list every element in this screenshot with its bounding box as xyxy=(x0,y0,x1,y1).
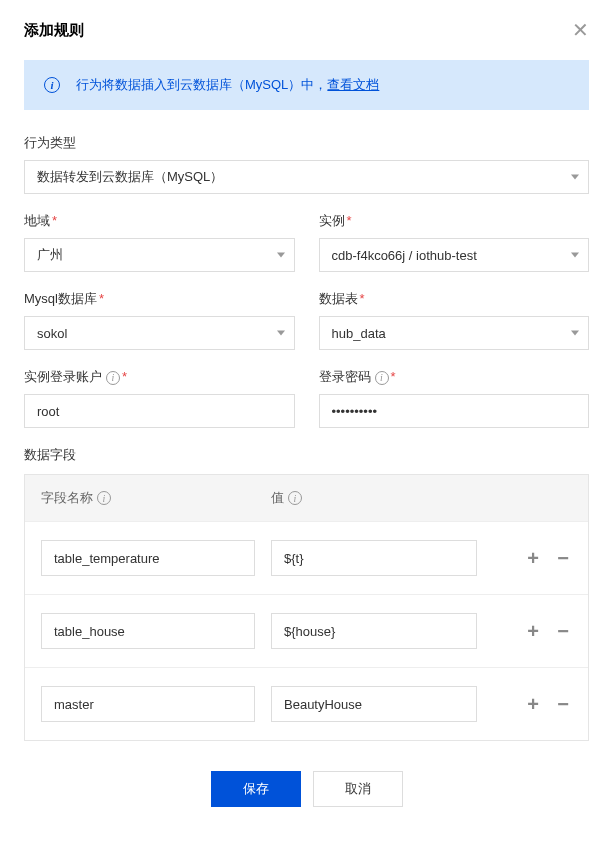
add-icon[interactable]: + xyxy=(524,549,542,567)
add-rule-modal: 添加规则 ✕ i 行为将数据插入到云数据库（MySQL）中，查看文档 行为类型 … xyxy=(0,0,613,827)
required-marker: * xyxy=(99,291,104,306)
modal-header: 添加规则 ✕ xyxy=(24,20,589,40)
fields-header: 字段名称 i 值 i xyxy=(25,474,588,521)
modal-title: 添加规则 xyxy=(24,21,84,40)
region-select[interactable]: 广州 xyxy=(24,238,295,272)
modal-footer: 保存 取消 xyxy=(24,771,589,807)
login-user-label: 实例登录账户i* xyxy=(24,368,295,386)
mysql-db-label: Mysql数据库* xyxy=(24,290,295,308)
field-name-header: 字段名称 i xyxy=(41,489,255,507)
close-icon[interactable]: ✕ xyxy=(572,20,589,40)
login-pass-label: 登录密码i* xyxy=(319,368,590,386)
cancel-button[interactable]: 取消 xyxy=(313,771,403,807)
field-value-input[interactable] xyxy=(271,613,477,649)
add-icon[interactable]: + xyxy=(524,695,542,713)
help-icon[interactable]: i xyxy=(375,371,389,385)
info-banner: i 行为将数据插入到云数据库（MySQL）中，查看文档 xyxy=(24,60,589,110)
field-name-input[interactable] xyxy=(41,613,255,649)
help-icon[interactable]: i xyxy=(97,491,111,505)
instance-select[interactable]: cdb-f4kco66j / iothub-test xyxy=(319,238,590,272)
remove-icon[interactable]: − xyxy=(554,622,572,640)
remove-icon[interactable]: − xyxy=(554,549,572,567)
help-icon[interactable]: i xyxy=(288,491,302,505)
info-text-prefix: 行为将数据插入到云数据库（MySQL）中， xyxy=(76,77,327,92)
field-value-header: 值 i xyxy=(271,489,572,507)
remove-icon[interactable]: − xyxy=(554,695,572,713)
mysql-db-select[interactable]: sokol xyxy=(24,316,295,350)
action-type-select[interactable]: 数据转发到云数据库（MySQL） xyxy=(24,160,589,194)
fields-table: 字段名称 i 值 i + − + − xyxy=(24,474,589,741)
login-pass-input[interactable] xyxy=(319,394,590,428)
info-text: 行为将数据插入到云数据库（MySQL）中，查看文档 xyxy=(76,76,379,94)
data-fields-label: 数据字段 xyxy=(24,446,589,464)
region-label: 地域* xyxy=(24,212,295,230)
action-type-label: 行为类型 xyxy=(24,134,589,152)
required-marker: * xyxy=(391,369,396,384)
instance-label: 实例* xyxy=(319,212,590,230)
required-marker: * xyxy=(52,213,57,228)
field-row: + − xyxy=(25,594,588,667)
required-marker: * xyxy=(360,291,365,306)
docs-link[interactable]: 查看文档 xyxy=(327,77,379,92)
table-label: 数据表* xyxy=(319,290,590,308)
info-icon: i xyxy=(44,77,60,93)
save-button[interactable]: 保存 xyxy=(211,771,301,807)
field-value-input[interactable] xyxy=(271,540,477,576)
add-icon[interactable]: + xyxy=(524,622,542,640)
field-value-input[interactable] xyxy=(271,686,477,722)
table-select[interactable]: hub_data xyxy=(319,316,590,350)
field-name-input[interactable] xyxy=(41,540,255,576)
field-name-input[interactable] xyxy=(41,686,255,722)
field-row: + − xyxy=(25,521,588,594)
field-row: + − xyxy=(25,667,588,740)
required-marker: * xyxy=(122,369,127,384)
login-user-input[interactable] xyxy=(24,394,295,428)
help-icon[interactable]: i xyxy=(106,371,120,385)
required-marker: * xyxy=(347,213,352,228)
